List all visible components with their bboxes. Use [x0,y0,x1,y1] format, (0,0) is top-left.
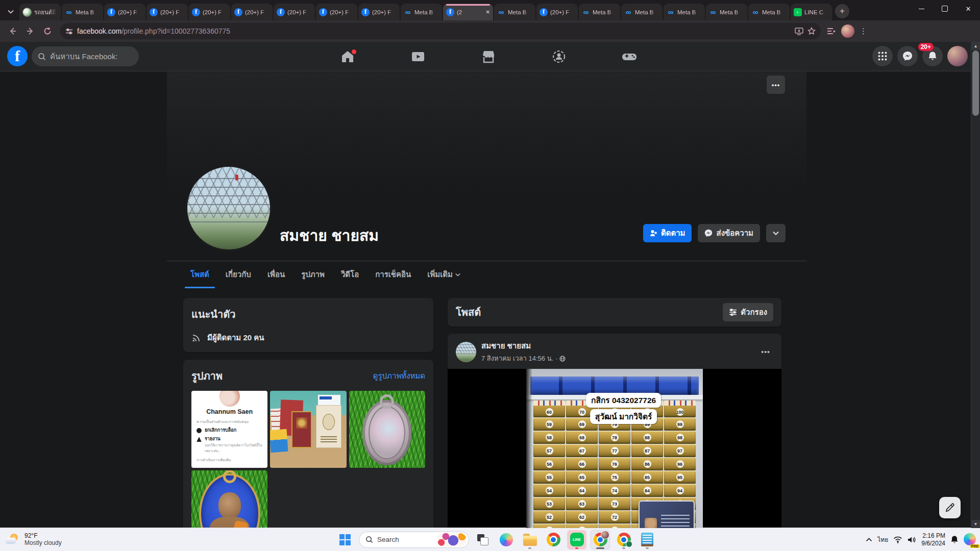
photo-thumbnail[interactable] [191,470,267,528]
compose-button[interactable] [939,497,961,518]
profile-tab[interactable]: โพสต์ [182,261,217,288]
facebook-search-input[interactable]: ค้นหาบน Facebook: [32,46,139,66]
marketplace-tab[interactable] [480,48,497,65]
forward-button[interactable] [22,23,38,39]
photo-thumbnail[interactable] [270,391,346,468]
taskbar-weather-widget[interactable]: 92°F Mostly cloudy [5,528,62,551]
browser-tab[interactable]: LLINE C [791,4,832,20]
language-indicator[interactable]: ไทย [877,535,888,544]
groups-tab[interactable] [550,48,568,65]
volume-icon[interactable] [908,536,916,543]
browser-tab[interactable]: f(20+) F [358,4,400,20]
browser-tab[interactable]: ∞Meta B [494,4,535,20]
post-author-avatar[interactable] [456,342,476,362]
post-image[interactable]: 6059585756555453525170696867666564636261… [448,369,781,528]
chrome-profile2-button[interactable] [614,530,633,549]
profile-tab[interactable]: เพิ่มเติม [419,261,469,288]
browser-tab[interactable]: f(20+) F [316,4,357,20]
home-tab[interactable] [339,48,356,65]
gold-box: 61 [566,524,598,528]
facebook-header-right: 20+ [872,46,968,66]
bookmark-star-icon[interactable] [807,27,816,35]
browser-tab[interactable]: รถยนต์มื [19,4,61,20]
window-maximize-button[interactable] [933,0,957,17]
clock-widget[interactable]: 2:16 PM 9/6/2024 [921,532,945,547]
weather-temp: 92°F [24,533,62,540]
wifi-icon[interactable] [893,536,902,543]
tab-close-icon[interactable]: ✕ [486,9,490,15]
task-view-button[interactable] [473,530,493,549]
scroll-down-arrow[interactable]: ▼ [971,520,980,528]
browser-toolbar: facebook.com/profile.php?id=100027736360… [0,20,980,42]
scrollbar-thumb[interactable] [972,51,979,116]
facebook-favicon: f [192,8,200,16]
more-actions-button[interactable] [766,224,786,242]
notepad-button[interactable] [638,530,657,549]
browser-tab[interactable]: f(20+) F [189,4,230,20]
follow-button[interactable]: ติดตาม [643,224,692,242]
browser-menu-icon[interactable]: ⋮ [860,27,867,36]
browser-tab[interactable]: ∞Meta B [579,4,620,20]
notification-bell-icon[interactable] [950,535,959,544]
facebook-profile-avatar[interactable] [947,46,968,66]
browser-tab[interactable]: ∞Meta B [706,4,747,20]
gaming-tab[interactable] [621,48,638,65]
profile-tab[interactable]: การเช็คอิน [367,261,419,288]
profile-tab[interactable]: เกี่ยวกับ [217,261,259,288]
media-controls-icon[interactable] [827,28,836,35]
browser-tab[interactable]: ∞Meta B [62,4,103,20]
post-author-name[interactable]: สมชาย ชายสม [481,340,753,352]
profile-tab[interactable]: รูปภาพ [293,261,333,288]
browser-tab-active[interactable]: f(2✕ [443,4,493,20]
profile-picture[interactable] [185,165,272,252]
scroll-up-arrow[interactable]: ▲ [971,42,980,50]
chrome-button[interactable] [544,530,563,549]
watch-tab[interactable] [409,48,427,65]
profile-nav-more-button[interactable]: ••• [767,76,785,94]
file-explorer-button[interactable] [520,530,540,549]
gold-box: 77 [599,444,630,457]
photo-thumbnail[interactable]: Channum Saen ความเป็นส่วนตัวและการสนับสน… [191,391,267,468]
apps-menu-button[interactable] [872,46,893,66]
browser-profile-avatar[interactable] [841,24,854,38]
browser-tab[interactable]: ∞Meta B [748,4,790,20]
address-bar[interactable]: facebook.com/profile.php?id=100027736360… [60,23,821,39]
copilot-button[interactable] [497,530,516,549]
browser-tab[interactable]: f(20+) F [231,4,273,20]
see-all-photos-link[interactable]: ดูรูปภาพทั้งหมด [373,370,425,382]
tab-search-chevron-icon[interactable] [3,3,18,20]
browser-tab[interactable]: f(20+) F [274,4,315,20]
start-button[interactable] [335,530,355,549]
reload-button[interactable] [40,23,55,39]
site-info-icon[interactable] [65,28,73,35]
post-menu-button[interactable]: ••• [758,346,773,358]
chrome-profile1-button[interactable] [591,530,610,549]
browser-tab[interactable]: ∞Meta B [621,4,663,20]
gold-box: 58 [533,431,565,444]
notifications-button[interactable]: 20+ [922,46,943,66]
browser-tab[interactable]: f(20+) F [536,4,578,20]
browser-tab[interactable]: f(20+) F [104,4,145,20]
window-close-button[interactable]: ✕ [957,0,980,17]
tray-chevron-icon[interactable] [866,538,872,542]
photo-thumbnail[interactable] [349,391,425,468]
window-minimize-button[interactable] [910,0,933,17]
browser-tab[interactable]: f(20+) F [146,4,188,20]
facebook-logo[interactable]: f [7,46,28,66]
browser-tab[interactable]: ∞Meta B [664,4,705,20]
message-button[interactable]: ส่งข้อความ [698,224,760,242]
profile-tab[interactable]: เพื่อน [259,261,293,288]
post-timestamp[interactable]: 7 สิงหาคม เวลา 14:56 น.· [481,353,753,364]
page-scrollbar[interactable]: ▲ ▼ [971,42,980,528]
messenger-button[interactable] [897,46,918,66]
taskbar-search[interactable]: Search [359,532,469,548]
profile-tab[interactable]: วิดีโอ [333,261,367,288]
install-icon[interactable] [795,28,803,35]
filters-button[interactable]: ตัวกรอง [723,303,773,321]
browser-tab[interactable]: ∞Meta B [401,4,442,20]
new-tab-button[interactable]: + [835,4,849,18]
taskbar-tray: ไทย 2:16 PM 9/6/2024 PRE [866,528,977,551]
copilot-tray-icon[interactable]: PRE [964,533,977,546]
line-app-button[interactable]: LINE [567,530,586,549]
back-button[interactable] [5,23,20,39]
